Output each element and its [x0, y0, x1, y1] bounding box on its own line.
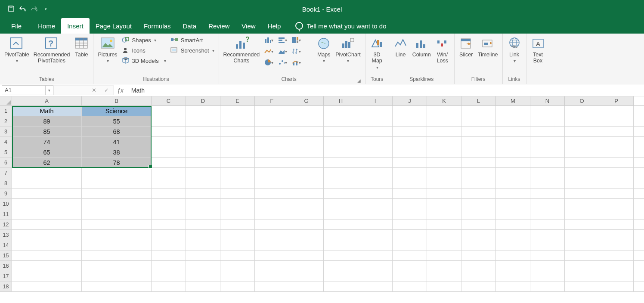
cell[interactable] [599, 220, 634, 229]
cell[interactable] [599, 116, 634, 126]
cell[interactable] [82, 281, 152, 291]
cell[interactable] [324, 178, 358, 188]
cell[interactable] [496, 250, 530, 260]
cell[interactable] [393, 127, 427, 136]
cell[interactable] [324, 137, 358, 147]
cell[interactable] [289, 158, 324, 167]
enter-formula-icon[interactable]: ✓ [104, 87, 109, 93]
col-header-O[interactable]: O [565, 96, 599, 105]
cell[interactable] [220, 271, 255, 281]
row-header[interactable]: 16 [0, 261, 12, 271]
cell[interactable] [427, 230, 461, 240]
cell[interactable] [393, 137, 427, 147]
smartart-button[interactable]: SmartArt [170, 36, 214, 44]
cell[interactable] [358, 127, 393, 136]
pie-chart-icon[interactable]: ▾ [264, 59, 273, 66]
cell[interactable] [530, 137, 565, 147]
cell[interactable] [220, 116, 255, 126]
cell[interactable] [324, 147, 358, 157]
cell[interactable] [358, 209, 393, 219]
cell[interactable] [599, 209, 634, 219]
cell[interactable] [461, 250, 496, 260]
cell[interactable] [12, 281, 82, 291]
cell[interactable] [220, 189, 255, 198]
cell[interactable] [427, 116, 461, 126]
cell[interactable] [358, 137, 393, 147]
pivotchart-button[interactable]: PivotChart▾ [335, 36, 360, 64]
save-icon[interactable] [8, 5, 15, 13]
icons-button[interactable]: Icons [122, 46, 166, 54]
cell[interactable] [358, 106, 393, 116]
cell[interactable] [496, 147, 530, 157]
cell[interactable] [427, 220, 461, 229]
cell[interactable] [220, 209, 255, 219]
cell[interactable] [358, 116, 393, 126]
cell[interactable] [324, 230, 358, 240]
select-all-corner[interactable] [0, 96, 12, 105]
col-header-N[interactable]: N [530, 96, 565, 105]
cell[interactable] [289, 116, 324, 126]
cell[interactable] [530, 230, 565, 240]
cell[interactable] [186, 271, 220, 281]
cell[interactable] [496, 106, 530, 116]
cell[interactable] [427, 127, 461, 136]
cell[interactable] [289, 271, 324, 281]
cell[interactable] [358, 189, 393, 198]
cell[interactable] [427, 240, 461, 250]
cell[interactable] [82, 220, 152, 229]
cell[interactable] [496, 127, 530, 136]
cell[interactable] [152, 168, 186, 178]
cell[interactable] [152, 220, 186, 229]
cell[interactable] [289, 240, 324, 250]
row-header[interactable]: 6 [0, 158, 12, 167]
col-header-I[interactable]: I [358, 96, 393, 105]
cell[interactable] [530, 106, 565, 116]
cell[interactable] [324, 281, 358, 291]
bar-chart-icon[interactable]: ▾ [278, 36, 287, 44]
sparkline-winloss-button[interactable]: Win/ Loss [435, 36, 450, 64]
cell[interactable] [220, 158, 255, 167]
tab-help[interactable]: Help [262, 18, 287, 34]
row-header[interactable]: 5 [0, 147, 12, 157]
cell[interactable] [324, 168, 358, 178]
cell[interactable]: 68 [82, 127, 152, 136]
cell[interactable] [565, 261, 599, 271]
row-header[interactable]: 11 [0, 209, 12, 219]
cell[interactable] [530, 199, 565, 209]
name-box[interactable]: A1 ▾ [2, 85, 53, 95]
col-header-H[interactable]: H [324, 96, 358, 105]
tell-me[interactable]: Tell me what you want to do [295, 18, 386, 34]
table-button[interactable]: Table [74, 36, 89, 58]
tab-formulas[interactable]: Formulas [138, 18, 177, 34]
cell[interactable] [255, 168, 289, 178]
cell[interactable] [565, 271, 599, 281]
cell[interactable] [393, 250, 427, 260]
cell[interactable] [496, 178, 530, 188]
cell[interactable] [324, 127, 358, 136]
col-header-K[interactable]: K [427, 96, 461, 105]
cell[interactable] [496, 271, 530, 281]
cell[interactable] [427, 178, 461, 188]
col-header-P[interactable]: P [599, 96, 634, 105]
cell[interactable] [599, 168, 634, 178]
cell[interactable] [496, 137, 530, 147]
cell[interactable] [427, 106, 461, 116]
cell[interactable] [461, 116, 496, 126]
cell[interactable] [565, 230, 599, 240]
cell[interactable] [186, 137, 220, 147]
cell[interactable] [12, 230, 82, 240]
col-header-A[interactable]: A [12, 96, 82, 105]
cell[interactable] [461, 281, 496, 291]
cancel-formula-icon[interactable]: ✕ [92, 87, 96, 93]
cell[interactable] [393, 168, 427, 178]
cell[interactable] [427, 250, 461, 260]
cell[interactable] [186, 199, 220, 209]
row-header[interactable]: 15 [0, 250, 12, 260]
cell[interactable] [255, 240, 289, 250]
cell[interactable] [289, 209, 324, 219]
cell[interactable] [530, 189, 565, 198]
row-header[interactable]: 1 [0, 106, 12, 116]
cell[interactable] [324, 199, 358, 209]
cell[interactable] [220, 220, 255, 229]
cell[interactable] [289, 137, 324, 147]
